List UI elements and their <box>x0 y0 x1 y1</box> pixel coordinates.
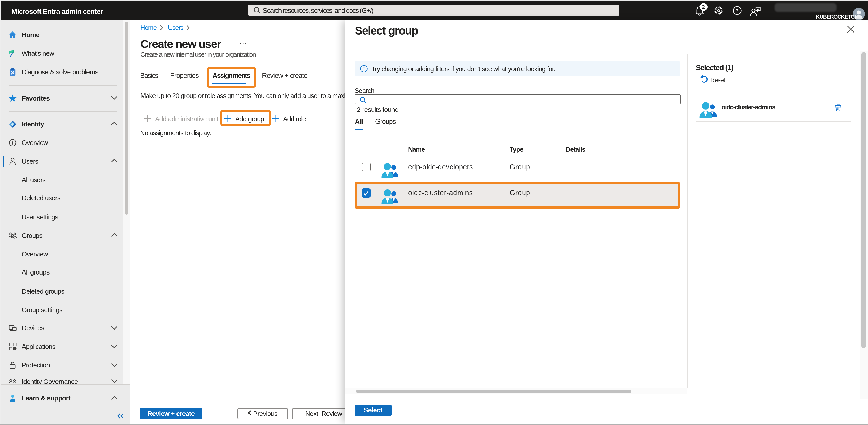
svg-text:?: ? <box>736 7 739 13</box>
